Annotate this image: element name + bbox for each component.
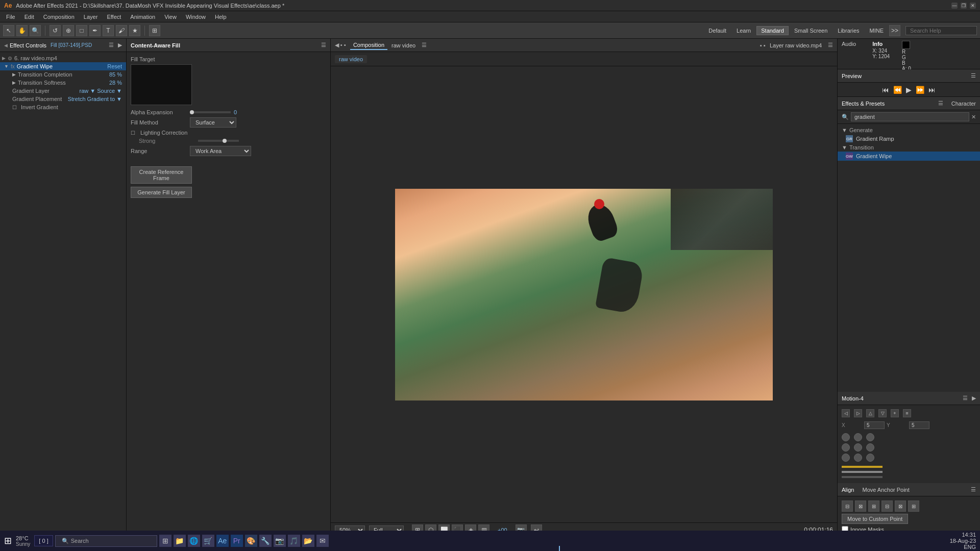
alpha-slider[interactable] <box>190 111 231 113</box>
generate-fill-layer-button[interactable]: Generate Fill Layer <box>131 187 192 198</box>
taskbar-store-icon[interactable]: 🛒 <box>202 535 214 547</box>
comp-tab-composition[interactable]: Composition <box>350 41 387 50</box>
gradient-wipe-item[interactable]: GW Gradient Wipe <box>838 152 980 161</box>
skip-end-button[interactable]: ⏭ <box>928 86 936 94</box>
info-tab[interactable]: Info <box>872 41 890 47</box>
ts-value[interactable]: 28 % <box>109 80 122 86</box>
minimize-button[interactable]: — <box>951 3 958 9</box>
taskbar-icon6[interactable]: 📷 <box>274 535 286 547</box>
align-center-h-icon[interactable]: ⊠ <box>855 500 866 512</box>
workspace-standard[interactable]: Standard <box>756 26 789 35</box>
taskbar-icon5[interactable]: 🔧 <box>259 535 272 547</box>
align-center-v-icon[interactable]: ⊠ <box>895 500 906 512</box>
preview-options[interactable]: ☰ <box>971 72 976 79</box>
lighting-checkbox[interactable]: ☐ <box>131 130 135 136</box>
workspace-mine[interactable]: MINE <box>865 26 889 35</box>
menu-effect[interactable]: Effect <box>103 13 125 21</box>
workspace-learn[interactable]: Learn <box>732 26 755 35</box>
menu-composition[interactable]: Composition <box>39 13 79 21</box>
align-right-icon[interactable]: ⊞ <box>868 500 879 512</box>
menu-view[interactable]: View <box>160 13 181 21</box>
create-reference-frame-button[interactable]: Create Reference Frame <box>131 166 192 184</box>
close-button[interactable]: ✕ <box>970 3 976 9</box>
align-bottom-icon[interactable]: ⊞ <box>908 500 919 512</box>
motion4-dot-6[interactable] <box>866 443 874 452</box>
align-options[interactable]: ☰ <box>971 486 976 493</box>
effect-expand-icon[interactable]: ▼ <box>4 64 9 69</box>
taskbar-search[interactable]: 🔍 Search <box>55 535 157 547</box>
help-search-input[interactable] <box>905 26 977 35</box>
skip-start-button[interactable]: ⏮ <box>882 86 889 94</box>
toolbar-brush[interactable]: 🖌 <box>116 25 127 36</box>
move-to-custom-button[interactable]: Move to Custom Point <box>842 514 908 524</box>
taskbar-mail-icon[interactable]: ✉ <box>316 535 329 547</box>
menu-edit[interactable]: Edit <box>20 13 38 21</box>
motion4-dot-4[interactable] <box>842 443 850 452</box>
workspace-more[interactable]: >> <box>889 25 900 36</box>
menu-help[interactable]: Help <box>211 13 231 21</box>
toolbar-hand[interactable]: ✋ <box>16 25 28 36</box>
toolbar-puppet[interactable]: ⊞ <box>149 25 160 36</box>
motion4-btn3[interactable]: △ <box>866 409 874 417</box>
motion4-y-input[interactable] <box>909 421 929 429</box>
effects-presets-options[interactable]: ☰ <box>938 100 943 107</box>
taskbar-pr-icon[interactable]: Pr <box>231 535 243 547</box>
align-top-icon[interactable]: ⊟ <box>881 500 893 512</box>
gradient-wipe-effect[interactable]: ▼ fx Gradient Wipe Reset <box>0 62 126 70</box>
workspace-default[interactable]: Default <box>704 26 731 35</box>
move-anchor-label[interactable]: Move Anchor Point <box>862 487 909 493</box>
taskbar-files-icon[interactable]: 📂 <box>302 535 314 547</box>
range-select[interactable]: Work Area Entire Duration <box>190 146 251 156</box>
alpha-expansion-value[interactable]: 0 <box>234 109 237 115</box>
effect-controls-tab[interactable]: Effect Controls <box>10 42 46 48</box>
audio-tab[interactable]: Audio <box>842 41 856 71</box>
tc-value[interactable]: 85 % <box>109 71 122 78</box>
motion4-more[interactable]: ≡ <box>903 409 911 417</box>
toolbar-rect[interactable]: □ <box>76 25 87 36</box>
toolbar-anchor[interactable]: ⊕ <box>63 25 74 36</box>
taskbar-edge-icon[interactable]: 🌐 <box>188 535 200 547</box>
step-forward-button[interactable]: ⏩ <box>916 86 924 94</box>
step-back-button[interactable]: ⏪ <box>893 86 902 94</box>
layer-expand-icon[interactable]: ▶ <box>2 56 6 61</box>
taskbar-widgets-icon[interactable]: ⊞ <box>159 535 172 547</box>
motion4-btn1[interactable]: ◁ <box>842 409 850 417</box>
panel-close-icon[interactable]: ▶ <box>118 42 122 48</box>
motion4-dot-2[interactable] <box>854 433 862 441</box>
toolbar-select[interactable]: ↖ <box>3 25 14 36</box>
start-button[interactable]: ⊞ <box>4 535 12 546</box>
menu-window[interactable]: Window <box>182 13 210 21</box>
motion4-x-input[interactable] <box>864 421 885 429</box>
ts-expand[interactable]: ▶ <box>12 80 16 85</box>
transition-category[interactable]: ▼ Transition <box>838 143 980 152</box>
motion4-dot-3[interactable] <box>866 433 874 441</box>
fill-panel-options[interactable]: ☰ <box>321 42 326 48</box>
comp-panel-options[interactable]: ☰ <box>422 42 427 48</box>
tc-expand[interactable]: ▶ <box>12 72 16 77</box>
taskbar-ae-icon[interactable]: Ae <box>216 535 229 547</box>
taskbar-explorer-icon[interactable]: 📁 <box>174 535 186 547</box>
gradient-ramp-item[interactable]: GR Gradient Ramp <box>838 134 980 143</box>
menu-file[interactable]: File <box>2 13 19 21</box>
toolbar-stamp[interactable]: ★ <box>129 25 140 36</box>
menu-layer[interactable]: Layer <box>80 13 102 21</box>
toolbar-zoom[interactable]: 🔍 <box>30 25 41 36</box>
toolbar-rotate[interactable]: ↺ <box>50 25 61 36</box>
panel-options-icon[interactable]: ☰ <box>109 42 114 48</box>
composition-viewport[interactable] <box>331 66 837 522</box>
strong-slider[interactable] <box>198 140 239 142</box>
align-left-icon[interactable]: ⊟ <box>842 500 853 512</box>
gl-value[interactable]: raw ▼ Source ▼ <box>79 88 122 94</box>
motion4-dot-8[interactable] <box>854 454 862 462</box>
comp-view-tab[interactable]: raw video <box>335 55 367 63</box>
pinned-taskbar-item[interactable]: [ 0 ] <box>34 535 53 546</box>
workspace-libraries[interactable]: Libraries <box>833 26 864 35</box>
toolbar-text[interactable]: T <box>103 25 114 36</box>
motion4-dot-1[interactable] <box>842 433 850 441</box>
motion4-expand-icon[interactable]: ▶ <box>972 395 976 402</box>
character-tab[interactable]: Character <box>951 101 976 107</box>
motion4-btn4[interactable]: ▽ <box>878 409 887 417</box>
taskbar-icon7[interactable]: 🎵 <box>288 535 300 547</box>
generate-category[interactable]: ▼ Generate <box>838 126 980 134</box>
motion4-tab[interactable]: Motion-4 <box>842 395 864 402</box>
